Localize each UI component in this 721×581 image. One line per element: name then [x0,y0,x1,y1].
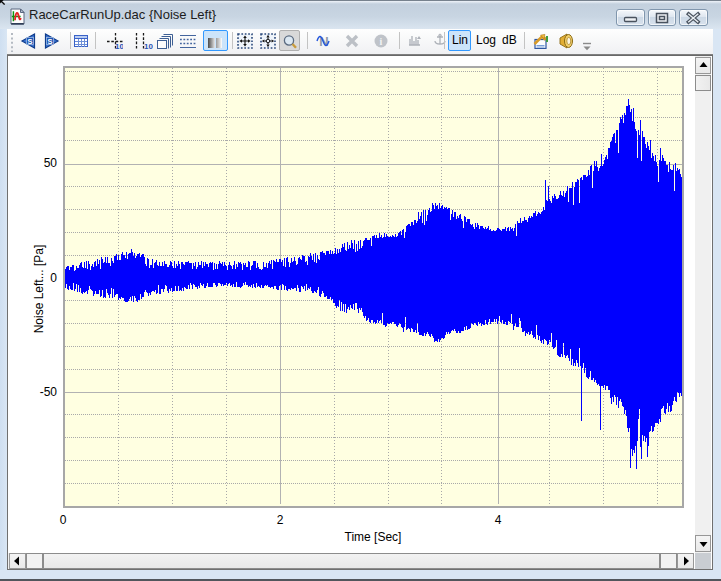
svg-text:10: 10 [144,42,153,50]
svg-text:i: i [380,36,383,47]
svg-text:S: S [47,37,52,46]
svg-text:S: S [27,37,32,46]
svg-text:10: 10 [115,42,123,50]
